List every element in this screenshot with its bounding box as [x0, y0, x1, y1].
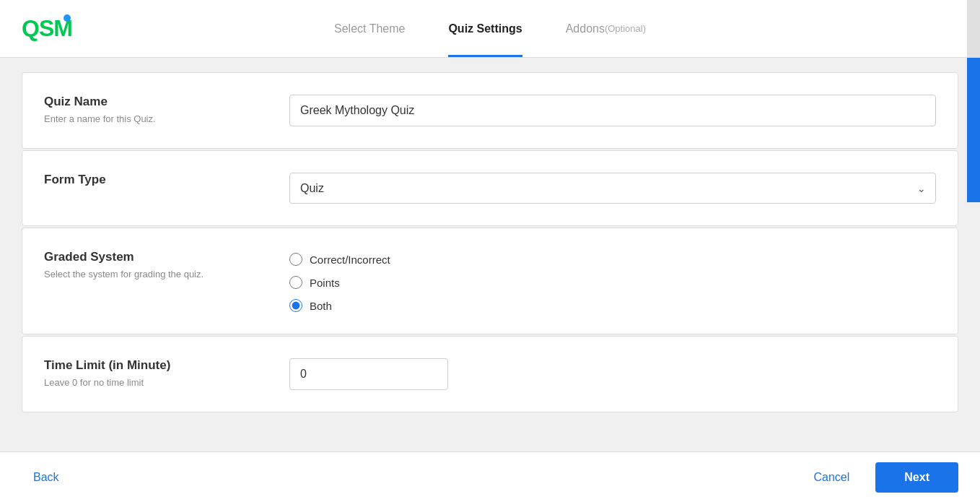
radio-correct-incorrect-label: Correct/Incorrect	[310, 254, 390, 266]
time-limit-row: Time Limit (in Minute) Leave 0 for no ti…	[22, 337, 958, 412]
next-button[interactable]: Next	[875, 462, 958, 493]
form-type-label: Form Type	[44, 173, 289, 187]
quiz-name-label: Quiz Name	[44, 95, 289, 109]
addons-optional-label: (Optional)	[605, 23, 646, 34]
graded-system-label-col: Graded System Select the system for grad…	[44, 250, 289, 280]
main-content: Quiz Name Enter a name for this Quiz. Fo…	[0, 58, 980, 451]
tab-quiz-settings[interactable]: Quiz Settings	[448, 0, 522, 57]
header: QSM Select Theme Quiz Settings Addons (O…	[0, 0, 980, 58]
quiz-name-card: Quiz Name Enter a name for this Quiz.	[22, 72, 958, 149]
radio-points-label: Points	[310, 277, 340, 289]
logo-dot	[64, 14, 71, 22]
graded-system-card: Graded System Select the system for grad…	[22, 228, 958, 334]
form-type-select-wrapper: Quiz Survey Poll ⌄	[289, 173, 936, 204]
footer: Back Cancel Next	[0, 451, 980, 502]
graded-system-radio-group: Correct/Incorrect Points Both	[289, 250, 936, 312]
graded-system-label: Graded System	[44, 250, 289, 264]
logo: QSM	[22, 15, 72, 42]
time-limit-label-col: Time Limit (in Minute) Leave 0 for no ti…	[44, 358, 289, 388]
radio-both-label: Both	[310, 300, 332, 312]
time-limit-card: Time Limit (in Minute) Leave 0 for no ti…	[22, 336, 958, 412]
time-limit-description: Leave 0 for no time limit	[44, 377, 289, 388]
graded-system-description: Select the system for grading the quiz.	[44, 269, 289, 280]
scrollbar-thumb[interactable]	[967, 58, 980, 202]
back-button[interactable]: Back	[22, 465, 71, 490]
quiz-name-input[interactable]	[289, 95, 936, 126]
graded-system-input-col: Correct/Incorrect Points Both	[289, 250, 936, 312]
quiz-name-input-col	[289, 95, 936, 126]
form-type-card: Form Type Quiz Survey Poll ⌄	[22, 150, 958, 226]
footer-right-actions: Cancel Next	[802, 462, 959, 493]
time-limit-input-col	[289, 358, 936, 390]
form-type-select[interactable]: Quiz Survey Poll	[289, 173, 936, 204]
radio-points[interactable]: Points	[289, 276, 936, 289]
cancel-button[interactable]: Cancel	[802, 465, 862, 490]
graded-system-row: Graded System Select the system for grad…	[22, 228, 958, 334]
tab-select-theme[interactable]: Select Theme	[334, 0, 405, 57]
tab-addons[interactable]: Addons (Optional)	[566, 0, 646, 57]
scrollbar-area	[967, 0, 980, 57]
form-type-label-col: Form Type	[44, 173, 289, 191]
form-type-input-col: Quiz Survey Poll ⌄	[289, 173, 936, 204]
time-limit-input[interactable]	[289, 358, 448, 390]
nav-tabs: Select Theme Quiz Settings Addons (Optio…	[334, 0, 646, 57]
quiz-name-row: Quiz Name Enter a name for this Quiz.	[22, 73, 958, 148]
radio-both-input[interactable]	[289, 299, 302, 312]
radio-correct-incorrect-input[interactable]	[289, 253, 302, 266]
quiz-name-label-col: Quiz Name Enter a name for this Quiz.	[44, 95, 289, 124]
quiz-name-description: Enter a name for this Quiz.	[44, 113, 289, 124]
radio-points-input[interactable]	[289, 276, 302, 289]
form-type-row: Form Type Quiz Survey Poll ⌄	[22, 151, 958, 225]
time-limit-label: Time Limit (in Minute)	[44, 358, 289, 373]
radio-both[interactable]: Both	[289, 299, 936, 312]
radio-correct-incorrect[interactable]: Correct/Incorrect	[289, 253, 936, 266]
